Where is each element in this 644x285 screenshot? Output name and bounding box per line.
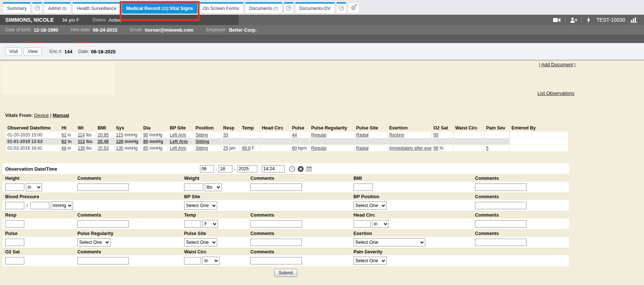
pain-severity-select[interactable]: Select One <box>353 257 387 265</box>
bp-site-select[interactable]: Select One <box>184 202 217 210</box>
video-camera-icon[interactable] <box>553 18 561 22</box>
pulse-comments-input[interactable] <box>250 239 302 246</box>
vitals-row: 01-20-2020 15:0062 in114 lbs20.85115 mmH… <box>6 132 568 138</box>
vitals-value-link[interactable]: 85 <box>143 146 148 151</box>
tab-medical-record[interactable]: Medical Record(12):Vital Signs <box>122 2 197 14</box>
vitals-value-link[interactable]: 99 <box>433 132 438 138</box>
waist-circ-comments-input[interactable] <box>250 257 302 264</box>
obs-day-input[interactable] <box>218 165 232 172</box>
temp-input[interactable] <box>184 220 201 228</box>
vitals-value-link[interactable]: 68 <box>61 146 66 151</box>
bar-chart-icon[interactable] <box>630 17 637 23</box>
vitals-value-link[interactable]: Immediately after exertion <box>389 146 431 151</box>
obs-year-input[interactable] <box>237 165 257 172</box>
vitals-value-link[interactable]: 115 <box>116 132 123 138</box>
weight-comments-input[interactable] <box>250 184 302 191</box>
vitals-value-link[interactable]: 62 <box>61 132 66 138</box>
o2-sat-comments-input[interactable] <box>77 257 129 264</box>
vitals-value-link[interactable]: 80 <box>143 139 148 144</box>
vitals-value-link[interactable]: 20.85 <box>98 132 109 138</box>
bp-diastolic-input[interactable] <box>30 202 49 209</box>
submit-button[interactable]: Submit <box>274 269 298 277</box>
comments-label: Comments <box>77 176 184 181</box>
vitals-value-link[interactable]: 135 <box>116 146 123 151</box>
vitals-value-link[interactable]: Regular <box>311 132 327 138</box>
vitals-value-link[interactable]: 114 <box>78 132 85 138</box>
height-input[interactable] <box>5 184 24 191</box>
head-circ-unit-select[interactable]: in <box>372 220 389 228</box>
height-unit-select[interactable]: in <box>26 183 42 191</box>
vitals-value-link[interactable]: Sitting <box>196 139 209 144</box>
vitals-value-link[interactable]: 98 <box>433 146 438 151</box>
head-circ-input[interactable] <box>353 220 370 228</box>
person-add-icon[interactable] <box>570 17 577 23</box>
resp-input[interactable] <box>5 220 24 228</box>
head-circ-comments-input[interactable] <box>475 220 527 228</box>
vitals-value-link[interactable]: 112 <box>78 139 85 144</box>
o2-sat-input[interactable] <box>5 257 24 264</box>
vitals-value-link[interactable]: 44 <box>292 132 297 138</box>
clear-datetime-icon[interactable] <box>298 166 304 172</box>
pulse-site-select[interactable]: Select One <box>184 238 217 246</box>
tab-health-surveillance[interactable]: Health Surveillance <box>72 2 121 14</box>
lightning-icon[interactable] <box>587 17 591 23</box>
vitals-value-link[interactable]: 33 <box>223 132 228 138</box>
pulse-input[interactable] <box>5 239 24 246</box>
tab-on-screen-forms[interactable]: On Screen Forms <box>198 2 244 14</box>
list-observations-link[interactable]: List Observations <box>538 90 574 96</box>
exertion-comments-input[interactable] <box>475 239 527 246</box>
vitals-value-link[interactable]: 99.8 <box>242 146 250 151</box>
vitals-value-link[interactable]: Radial <box>356 146 369 151</box>
settings-tab-button[interactable]: ⚙⚙ <box>348 2 359 14</box>
vitals-value-link[interactable]: Left Arm <box>170 132 186 138</box>
vitals-value-link[interactable]: Sitting <box>196 146 208 151</box>
temp-unit-select[interactable]: F <box>203 220 218 228</box>
weight-unit-select[interactable]: lbs <box>205 183 222 191</box>
add-document-link[interactable]: Add Document <box>541 62 573 67</box>
bmi-input[interactable] <box>353 184 373 191</box>
vitals-value-link[interactable]: Sitting <box>196 132 208 138</box>
vitals-value-link[interactable]: Resting <box>389 132 404 138</box>
tab-documents[interactable]: Documents(7) <box>245 2 282 14</box>
tab-summary[interactable]: Summary <box>3 2 31 14</box>
vitals-value-link[interactable]: 120 <box>116 139 123 144</box>
vitals-value-link[interactable]: 5 <box>486 146 489 151</box>
tab-admin[interactable]: Admin(5) <box>43 2 71 14</box>
vitals-value-link[interactable]: Left Arm <box>170 139 188 144</box>
obs-month-input[interactable] <box>200 165 214 172</box>
obs-time-input[interactable] <box>262 165 285 172</box>
temp-comments-input[interactable] <box>250 220 302 228</box>
tab-popout-button[interactable] <box>32 2 42 14</box>
visit-button[interactable]: Visit <box>5 47 22 56</box>
vitals-value-link[interactable]: 135 <box>78 146 85 151</box>
vitals-value-link[interactable]: Radial <box>356 132 369 138</box>
vitals-value-link[interactable]: 20.53 <box>98 146 109 151</box>
vitals-value-link[interactable]: Regular <box>311 146 327 151</box>
vitals-from-device-link[interactable]: Device <box>34 113 49 118</box>
vitals-value-link[interactable]: Left Arm <box>170 146 186 151</box>
vitals-from-manual-link[interactable]: Manual <box>53 113 69 118</box>
calendar-icon[interactable] <box>306 166 312 172</box>
bmi-comments-input[interactable] <box>475 184 527 191</box>
vitals-value-link[interactable]: 25 <box>223 146 228 151</box>
waist-circ-unit-select[interactable]: in <box>203 257 219 265</box>
pulse-regularity-select[interactable]: Select One <box>77 238 110 246</box>
height-comments-input[interactable] <box>77 184 129 191</box>
vitals-value-link[interactable]: 90 <box>143 132 148 138</box>
vitals-value-link[interactable]: 62 <box>61 139 66 144</box>
bp-comments-input[interactable] <box>475 202 527 209</box>
view-button[interactable]: View <box>24 47 42 56</box>
clock-icon[interactable] <box>289 166 295 172</box>
waist-circ-input[interactable] <box>184 257 201 264</box>
bp-position-select[interactable]: Select One <box>353 202 387 210</box>
bp-unit-select[interactable]: mmHg <box>51 202 73 210</box>
vitals-value-link[interactable]: 60 <box>292 146 297 151</box>
weight-input[interactable] <box>184 184 203 191</box>
vitals-value-link[interactable]: 20.49 <box>98 139 109 144</box>
tab-documents-dv[interactable]: Documents-DV <box>295 2 335 14</box>
tab-popout-button[interactable] <box>284 2 294 14</box>
exertion-select[interactable]: Select One <box>353 238 425 246</box>
tab-popout-button[interactable] <box>336 2 346 14</box>
bp-systolic-input[interactable] <box>5 202 24 209</box>
resp-comments-input[interactable] <box>77 220 129 228</box>
